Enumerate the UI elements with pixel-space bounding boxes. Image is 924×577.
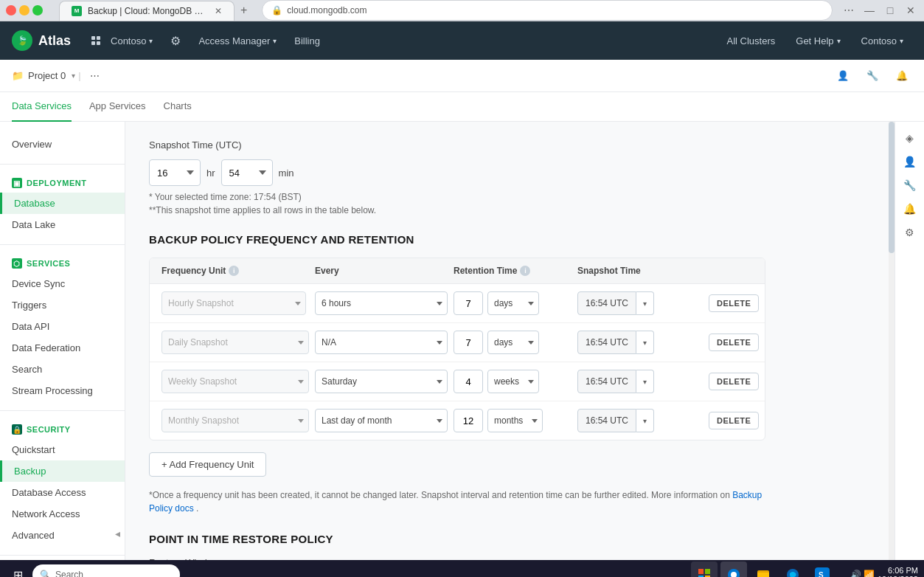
sidebar-item-database[interactable]: Database <box>0 193 125 214</box>
hour-select[interactable]: 16 <box>149 159 201 186</box>
sidebar-item-search[interactable]: Search <box>0 359 125 380</box>
nav-all-clusters[interactable]: All Clusters <box>718 21 785 60</box>
right-sidebar-icon-5[interactable]: ⚙ <box>900 222 920 243</box>
browser-tab[interactable]: M Backup | Cloud: MongoDB Cloud ✕ <box>59 1 235 21</box>
retention-input-daily[interactable] <box>454 331 483 354</box>
right-sidebar-icon-1[interactable]: ◈ <box>900 128 920 148</box>
snapshot-time-chevron-monthly[interactable]: ▾ <box>636 409 654 432</box>
network-access-label: Network Access <box>12 508 80 519</box>
new-tab-button[interactable]: + <box>235 1 253 20</box>
nav-access-manager[interactable]: Access Manager ▾ <box>190 21 285 60</box>
sidebar-item-advanced[interactable]: Advanced <box>0 525 125 546</box>
close-window-button[interactable] <box>6 5 16 15</box>
right-sidebar-icon-3[interactable]: 🔧 <box>900 175 920 196</box>
retention-input-weekly[interactable] <box>454 370 483 393</box>
data-federation-label: Data Federation <box>12 342 80 353</box>
delete-cell-weekly: DELETE <box>709 373 765 390</box>
sub-nav-more-icon[interactable]: ⋯ <box>84 60 105 92</box>
address-bar[interactable]: 🔒 cloud.mongodb.com <box>262 0 833 21</box>
invite-user-icon[interactable]: 👤 <box>833 66 853 86</box>
snapshot-time-chevron-daily[interactable]: ▾ <box>636 331 654 354</box>
nav-get-help[interactable]: Get Help ▾ <box>787 21 849 60</box>
retention-cell-daily: days <box>454 331 572 354</box>
retention-input-monthly[interactable] <box>454 409 483 432</box>
retention-unit-select-weekly[interactable]: weeks <box>487 370 539 393</box>
windows-start-button[interactable]: ⊞ <box>6 563 29 577</box>
delete-button-daily[interactable]: DELETE <box>709 334 759 351</box>
every-cell-monthly: Last day of month <box>315 409 448 432</box>
sidebar-item-data-api[interactable]: Data API <box>0 316 125 337</box>
delete-button-hourly[interactable]: DELETE <box>709 294 759 312</box>
scrollbar-thumb[interactable] <box>889 122 895 253</box>
every-select-hourly[interactable]: 6 hours <box>315 291 448 315</box>
all-clusters-label: All Clusters <box>727 35 776 46</box>
sidebar-collapse-button[interactable]: ◂ <box>110 519 125 548</box>
table-row: Daily Snapshot N/A <box>150 323 765 362</box>
retention-unit-select-daily[interactable]: days <box>487 331 539 354</box>
sidebar-item-network-access[interactable]: Network Access <box>0 503 125 525</box>
every-select-weekly[interactable]: Saturday <box>315 370 448 393</box>
nav-billing[interactable]: Billing <box>285 21 329 60</box>
maximize-window-button[interactable] <box>32 5 43 15</box>
sidebar-item-data-federation[interactable]: Data Federation <box>0 337 125 359</box>
tab-close-icon[interactable]: ✕ <box>215 6 222 16</box>
sidebar-item-stream-processing[interactable]: Stream Processing <box>0 380 125 401</box>
nav-user[interactable]: Contoso ▾ <box>852 21 912 60</box>
nav-gear[interactable]: ⚙ <box>161 21 190 60</box>
taskbar-app-browser[interactable] <box>720 562 747 577</box>
tab-charts[interactable]: Charts <box>164 92 192 122</box>
sidebar-item-device-sync[interactable]: Device Sync <box>0 273 125 294</box>
snapshot-time-chevron-hourly[interactable]: ▾ <box>636 291 654 315</box>
frequency-unit-select-monthly[interactable]: Monthly Snapshot <box>161 409 309 432</box>
backup-section-heading: BACKUP POLICY FREQUENCY AND RETENTION <box>149 233 765 246</box>
add-frequency-button[interactable]: + Add Frequency Unit <box>149 452 266 477</box>
scrollbar-track[interactable] <box>889 122 895 560</box>
nav-org-selector[interactable]: Contoso ▾ <box>83 21 161 60</box>
tab-data-services[interactable]: Data Services <box>12 92 72 122</box>
delete-button-weekly[interactable]: DELETE <box>709 373 759 390</box>
taskbar-app-edge[interactable] <box>779 562 806 577</box>
taskbar-app-files[interactable] <box>750 562 777 577</box>
right-sidebar-icon-4[interactable]: 🔔 <box>900 198 920 219</box>
security-icon: 🔒 <box>12 424 22 435</box>
frequency-unit-select-hourly[interactable]: Hourly Snapshot <box>161 291 306 315</box>
access-manager-chevron-icon: ▾ <box>273 37 277 45</box>
notifications-icon[interactable]: 🔔 <box>892 66 912 86</box>
tab-app-services[interactable]: App Services <box>89 92 146 122</box>
every-select-daily[interactable]: N/A <box>315 331 448 354</box>
frequency-unit-select-weekly[interactable]: Weekly Snapshot <box>161 370 309 393</box>
timezone-note: * Your selected time zone: 17:54 (BST) <box>149 192 765 202</box>
minimize-window-button[interactable] <box>19 5 29 15</box>
sidebar-item-backup[interactable]: Backup <box>0 460 125 482</box>
minimize-browser-icon[interactable]: — <box>862 3 877 18</box>
snapshot-time-chevron-weekly[interactable]: ▾ <box>636 370 654 393</box>
retention-input-hourly[interactable] <box>454 291 483 315</box>
sidebar-item-quickstart[interactable]: Quickstart <box>0 439 125 460</box>
sidebar-item-overview[interactable]: Overview <box>0 134 125 155</box>
project-selector[interactable]: 📁 Project 0 ▾ <box>12 70 75 81</box>
taskbar-app-store[interactable]: S <box>809 562 836 577</box>
right-sidebar-icon-2[interactable]: 👤 <box>900 151 920 172</box>
frequency-unit-info-icon[interactable]: i <box>229 266 239 276</box>
frequency-unit-select-daily[interactable]: Daily Snapshot <box>161 331 309 354</box>
sidebar-section-security: 🔒 SECURITY Quickstart Backup Database Ac… <box>0 414 125 552</box>
every-select-monthly[interactable]: Last day of month <box>315 409 448 432</box>
sidebar-item-database-access[interactable]: Database Access <box>0 482 125 503</box>
developer-tools-icon[interactable]: 🔧 <box>862 66 883 86</box>
sidebar-section-services: ⬡ SERVICES Device Sync Triggers Data API <box>0 248 125 407</box>
taskbar-search[interactable]: 🔍 Search <box>32 564 180 577</box>
maximize-browser-icon[interactable]: □ <box>883 3 897 18</box>
sidebar-item-data-lake[interactable]: Data Lake <box>0 214 125 235</box>
snapshot-time-text-daily: 16:54 UTC <box>577 331 636 354</box>
taskbar-app-1[interactable] <box>691 562 718 577</box>
retention-cell-monthly: months <box>454 409 572 432</box>
folder-icon: 📁 <box>12 70 24 81</box>
retention-time-info-icon[interactable]: i <box>520 266 530 276</box>
extensions-icon[interactable]: ⋯ <box>841 3 856 18</box>
sidebar-item-triggers[interactable]: Triggers <box>0 294 125 316</box>
retention-unit-select-monthly[interactable]: months <box>487 409 543 432</box>
close-browser-icon[interactable]: ✕ <box>903 3 918 18</box>
retention-unit-select-hourly[interactable]: days <box>487 291 539 315</box>
minute-select[interactable]: 54 <box>221 159 273 186</box>
delete-button-monthly[interactable]: DELETE <box>709 412 759 429</box>
